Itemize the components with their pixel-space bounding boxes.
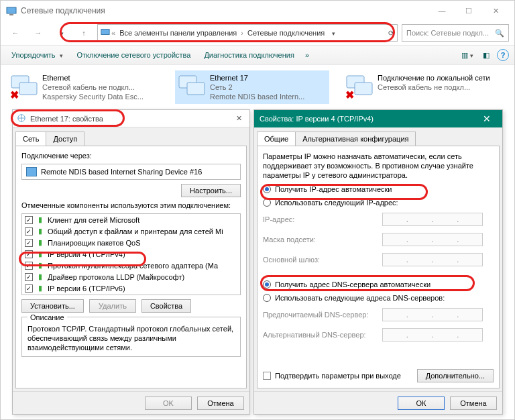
radio-icon [263, 294, 271, 302]
ipv4-properties-dialog: Свойства: IP версии 4 (TCP/IPv4) ✕ Общие… [253, 109, 503, 415]
address-dropdown[interactable] [327, 29, 338, 37]
breadcrumb[interactable]: Все элементы панели управления [117, 29, 239, 37]
preferred-dns-input [382, 308, 483, 321]
cancel-button[interactable]: Отмена [197, 397, 244, 410]
network-icon [17, 113, 26, 124]
adapter-icon [178, 73, 206, 101]
help-button[interactable]: ? [497, 49, 509, 61]
details-pane-button[interactable]: ◧ [478, 48, 494, 62]
refresh-button[interactable]: ⟳ [388, 29, 394, 38]
adapter-item[interactable]: Ethernet 17 Сеть 2 Remote NDIS based Int… [175, 70, 329, 104]
configure-button[interactable]: Настроить... [181, 184, 241, 197]
checkbox[interactable] [25, 250, 33, 258]
adapter-device: Remote NDIS based Intern... [210, 92, 327, 101]
radio-label: Использовать следующий IP-адрес: [275, 199, 398, 207]
install-button[interactable]: Установить... [21, 299, 84, 313]
list-item[interactable]: Клиент для сетей Microsoft [22, 214, 240, 225]
search-input[interactable]: Поиск: Сетевые подкл... 🔍 [402, 24, 509, 42]
svg-rect-1 [9, 14, 13, 15]
svg-rect-4 [19, 83, 37, 95]
view-icons-button[interactable]: ▥ [459, 48, 475, 62]
location-icon [101, 28, 110, 38]
address-bar[interactable]: « Все элементы панели управления › Сетев… [97, 24, 398, 42]
up-button[interactable]: ↑ [74, 23, 93, 42]
subnet-mask-input [382, 233, 483, 246]
validate-on-exit-checkbox[interactable]: Подтвердить параметры при выходе [263, 372, 401, 380]
checkbox[interactable] [25, 227, 33, 235]
svg-rect-8 [355, 83, 372, 95]
radio-use-ip[interactable]: Использовать следующий IP-адрес: [263, 199, 494, 207]
adapter-status: Сеть 2 [210, 83, 327, 92]
adapter-item[interactable]: ✖ Подключение по локальной сети Сетевой … [343, 70, 497, 104]
uninstall-button[interactable]: Удалить [89, 299, 136, 313]
properties-button[interactable]: Свойства [141, 299, 191, 313]
list-item[interactable]: IP версии 4 (TCP/IPv4) [22, 248, 240, 260]
organize-menu[interactable]: Упорядочить [6, 48, 68, 62]
maximize-button[interactable]: ☐ [455, 1, 482, 20]
cancel-button[interactable]: Отмена [450, 397, 497, 410]
field-label: Основной шлюз: [263, 256, 377, 264]
chevron-down-icon[interactable] [52, 23, 70, 42]
ip-address-input [382, 213, 483, 226]
description-group: Описание Протокол TCP/IP. Стандартный пр… [21, 317, 241, 357]
breadcrumb[interactable]: Сетевые подключения [245, 29, 327, 37]
adapter-item[interactable]: ✖ Ethernet Сетевой кабель не подкл... Ka… [7, 70, 162, 104]
radio-use-dns[interactable]: Использовать следующие адреса DNS-сервер… [263, 294, 494, 302]
dialog-close-button[interactable]: ✕ [477, 113, 497, 124]
subnet-mask-row: Маска подсети: [263, 232, 494, 247]
adapter-name: Ethernet 17 [210, 73, 327, 83]
tabs: Общие Альтернативная конфигурация [254, 127, 502, 146]
list-item[interactable]: Планировщик пакетов QoS [22, 237, 240, 248]
dns2-row: Альтернативный DNS-сервер: [263, 327, 494, 342]
list-item[interactable]: Драйвер протокола LLDP (Майкрософт) [22, 271, 240, 282]
disable-device-button[interactable]: Отключение сетевого устройства [71, 48, 196, 62]
minimize-button[interactable]: — [428, 1, 455, 20]
service-icon [36, 227, 45, 236]
adapter-icon: ✖ [10, 73, 38, 101]
ok-button[interactable]: ОК [398, 397, 445, 410]
adapter-status: Сетевой кабель не подкл... [378, 83, 494, 92]
adapter-status: Сетевой кабель не подкл... [42, 83, 159, 92]
field-label: IP-адрес: [263, 215, 377, 223]
protocol-icon [36, 272, 45, 282]
back-button[interactable]: ← [6, 23, 25, 42]
checkbox[interactable] [25, 284, 33, 293]
checkbox[interactable] [25, 273, 33, 281]
dialog-close-button[interactable]: ✕ [232, 114, 245, 123]
navbar: ← → ↑ « Все элементы панели управления ›… [1, 21, 514, 45]
components-list[interactable]: Клиент для сетей Microsoft Общий доступ … [21, 213, 241, 295]
protocol-icon [36, 261, 45, 270]
forward-button[interactable]: → [29, 23, 48, 42]
protocol-icon [36, 250, 45, 259]
radio-label: Получить IP-адрес автоматически [275, 185, 392, 193]
error-badge-icon: ✖ [345, 89, 354, 101]
list-item[interactable]: Протокол мультиплексора сетевого адаптер… [22, 260, 240, 271]
app-icon [6, 5, 17, 16]
dialog-footer: OK Отмена [13, 391, 249, 414]
component-label: IP версии 6 (TCP/IPv6) [48, 284, 125, 293]
advanced-button[interactable]: Дополнительно... [417, 369, 494, 382]
search-icon: 🔍 [495, 29, 504, 38]
tab-network[interactable]: Сеть [15, 132, 46, 146]
diagnose-button[interactable]: Диагностика подключения » [198, 48, 314, 62]
description-text: Протокол TCP/IP. Стандартный протокол гл… [27, 324, 235, 352]
close-button[interactable]: ✕ [482, 1, 509, 20]
checkbox[interactable] [25, 239, 33, 247]
radio-obtain-dns-auto[interactable]: Получить адрес DNS-сервера автоматически [263, 280, 494, 288]
svg-rect-0 [7, 7, 16, 13]
tab-access[interactable]: Доступ [46, 132, 84, 146]
checkbox[interactable] [25, 216, 33, 224]
adapter-name: Подключение по локальной сети [378, 73, 494, 83]
checkbox[interactable] [25, 262, 33, 270]
list-item[interactable]: IP версии 6 (TCP/IPv6) [22, 282, 240, 294]
radio-obtain-ip-auto[interactable]: Получить IP-адрес автоматически [263, 185, 494, 193]
tab-alternate-config[interactable]: Альтернативная конфигурация [295, 132, 416, 146]
tab-general[interactable]: Общие [257, 132, 296, 146]
component-label: IP версии 4 (TCP/IPv4) [48, 250, 125, 258]
description-legend: Описание [27, 313, 67, 321]
checkbox-label: Подтвердить параметры при выходе [275, 372, 401, 380]
ok-button[interactable]: OK [145, 397, 192, 410]
radio-label: Получить адрес DNS-сервера автоматически [275, 280, 431, 288]
svg-rect-6 [187, 83, 205, 95]
list-item[interactable]: Общий доступ к файлам и принтерам для се… [22, 225, 240, 237]
